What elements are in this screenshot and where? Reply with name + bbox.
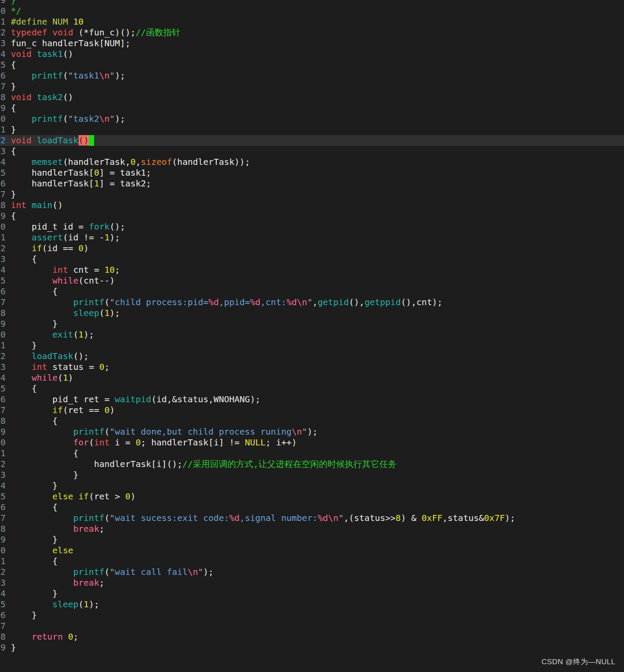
code-line[interactable]: 30 pid_t id = fork(); <box>0 221 624 232</box>
code-text: int main() <box>11 200 624 211</box>
code-text: if(ret == 0) <box>11 405 624 416</box>
code-line[interactable]: 65 sleep(1); <box>0 599 624 610</box>
gutter-gap <box>6 459 11 470</box>
line-number: 24 <box>0 157 6 167</box>
code-line[interactable]: 60 else <box>0 545 624 556</box>
code-line[interactable]: 63 break; <box>0 577 624 588</box>
code-line[interactable]: 22void loadTask() <box>0 135 624 146</box>
gutter-gap <box>6 513 11 524</box>
code-line[interactable]: 47 if(ret == 0) <box>0 405 624 416</box>
code-line[interactable]: 29{ <box>0 211 624 221</box>
code-line[interactable]: 50 for(int i = 0; handlerTask[i] != NULL… <box>0 437 624 448</box>
gutter-gap <box>6 0 11 6</box>
code-line[interactable]: 40 exit(1); <box>0 329 624 340</box>
code-line[interactable]: 18void task2() <box>0 92 624 103</box>
code-text: handlerTask[1] = task2; <box>11 178 624 189</box>
code-line[interactable]: 64 } <box>0 588 624 599</box>
line-number: 40 <box>0 329 6 340</box>
code-line[interactable]: 41 } <box>0 340 624 351</box>
code-line[interactable]: 13fun_c handlerTask[NUM]; <box>0 38 624 49</box>
gutter-gap <box>6 6 11 16</box>
code-text: { <box>11 416 624 426</box>
gutter-gap <box>6 211 11 221</box>
code-line[interactable]: 38 sleep(1); <box>0 308 624 319</box>
code-line[interactable]: 44 while(1) <box>0 372 624 383</box>
code-line[interactable]: 10*/ <box>0 6 624 16</box>
code-line[interactable]: 11#define NUM 10 <box>0 16 624 27</box>
line-number: 52 <box>0 459 6 470</box>
gutter-gap <box>6 470 11 480</box>
code-line[interactable]: 21} <box>0 124 624 135</box>
line-number: 15 <box>0 60 6 70</box>
gutter-gap <box>6 642 11 653</box>
gutter-gap <box>6 70 11 81</box>
code-line[interactable]: 31 assert(id != -1); <box>0 232 624 243</box>
code-line[interactable]: 46 pid_t ret = waitpid(id,&status,WNOHAN… <box>0 394 624 405</box>
gutter-gap <box>6 319 11 329</box>
code-line[interactable]: 45 { <box>0 383 624 394</box>
code-line[interactable]: 35 while(cnt--) <box>0 275 624 286</box>
gutter-gap <box>6 588 11 599</box>
code-line[interactable]: 52 handlerTask[i]();//采用回调的方式,让父进程在空闲的时候… <box>0 459 624 470</box>
code-viewport[interactable]: 9}10*/11#define NUM 1012typedef void (*f… <box>0 0 624 653</box>
line-number: 45 <box>0 383 6 394</box>
code-line[interactable]: 12typedef void (*fun_c)();//函数指针 <box>0 27 624 38</box>
code-text: } <box>11 0 624 6</box>
code-line[interactable]: 36 { <box>0 286 624 297</box>
code-line[interactable]: 16 printf("task1\n"); <box>0 70 624 81</box>
code-line[interactable]: 32 if(id == 0) <box>0 243 624 254</box>
code-line[interactable]: 53 } <box>0 470 624 480</box>
gutter-gap <box>6 232 11 243</box>
gutter-gap <box>6 49 11 60</box>
code-line[interactable]: 61 { <box>0 556 624 567</box>
code-line[interactable]: 9} <box>0 0 624 6</box>
line-number: 43 <box>0 362 6 372</box>
line-number: 67 <box>0 621 6 631</box>
code-line[interactable]: 42 loadTask(); <box>0 351 624 362</box>
code-text: } <box>11 470 624 480</box>
gutter-gap <box>6 426 11 437</box>
code-line[interactable]: 27} <box>0 189 624 200</box>
line-number: 47 <box>0 405 6 416</box>
code-text: break; <box>11 577 624 588</box>
code-line[interactable]: 49 printf("wait done,but child process r… <box>0 426 624 437</box>
code-line[interactable]: 69} <box>0 642 624 653</box>
code-line[interactable]: 57 printf("wait sucess:exit code:%d,sign… <box>0 513 624 524</box>
line-number: 31 <box>0 232 6 243</box>
code-text: { <box>11 448 624 459</box>
code-line[interactable]: 33 { <box>0 254 624 265</box>
code-line[interactable]: 67 <box>0 621 624 631</box>
code-line[interactable]: 56 { <box>0 502 624 513</box>
code-line[interactable]: 68 return 0; <box>0 631 624 642</box>
code-line[interactable]: 17} <box>0 81 624 92</box>
code-line[interactable]: 34 int cnt = 10; <box>0 265 624 275</box>
code-line[interactable]: 48 { <box>0 416 624 426</box>
code-line[interactable]: 55 else if(ret > 0) <box>0 491 624 502</box>
code-line[interactable]: 62 printf("wait call fail\n"); <box>0 567 624 577</box>
code-line[interactable]: 23{ <box>0 146 624 157</box>
code-line[interactable]: 58 break; <box>0 524 624 534</box>
code-text: printf("task1\n"); <box>11 70 624 81</box>
code-line[interactable]: 39 } <box>0 319 624 329</box>
code-text: void task1() <box>11 49 624 60</box>
code-line[interactable]: 26 handlerTask[1] = task2; <box>0 178 624 189</box>
code-line[interactable]: 54 } <box>0 480 624 491</box>
line-number: 9 <box>0 0 6 6</box>
code-line[interactable]: 14void task1() <box>0 49 624 60</box>
code-editor[interactable]: 9}10*/11#define NUM 1012typedef void (*f… <box>0 0 624 672</box>
code-line[interactable]: 24 memset(handlerTask,0,sizeof(handlerTa… <box>0 157 624 167</box>
code-line[interactable]: 28int main() <box>0 200 624 211</box>
line-number: 49 <box>0 426 6 437</box>
code-line[interactable]: 59 } <box>0 534 624 545</box>
code-line[interactable]: 66 } <box>0 610 624 621</box>
code-line[interactable]: 15{ <box>0 60 624 70</box>
code-line[interactable]: 51 { <box>0 448 624 459</box>
code-line[interactable]: 20 printf("task2\n"); <box>0 114 624 124</box>
code-line[interactable]: 43 int status = 0; <box>0 362 624 372</box>
code-line[interactable]: 19{ <box>0 103 624 114</box>
line-number: 25 <box>0 167 6 178</box>
code-line[interactable]: 25 handlerTask[0] = task1; <box>0 167 624 178</box>
code-text: printf("wait sucess:exit code:%d,signal … <box>11 513 624 524</box>
code-line[interactable]: 37 printf("child process:pid=%d,ppid=%d,… <box>0 297 624 308</box>
line-number: 59 <box>0 534 6 545</box>
